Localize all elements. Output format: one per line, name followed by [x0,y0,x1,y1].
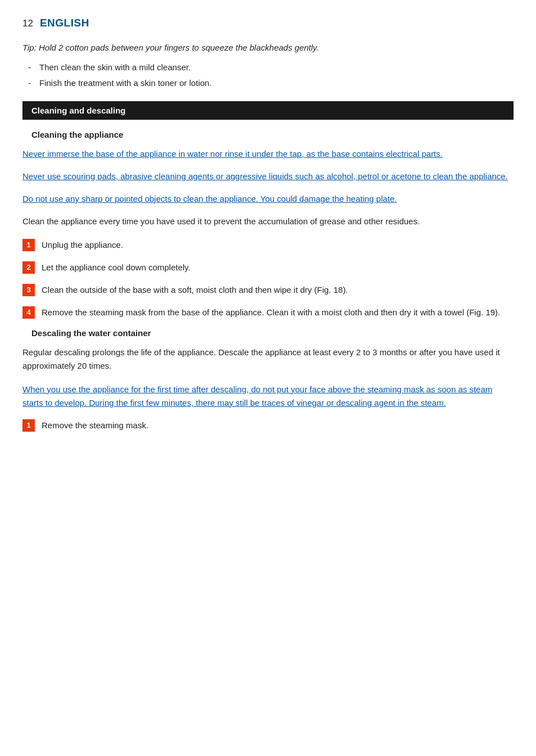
descaling-normal-text-1: Regular descaling prolongs the life of t… [22,346,514,373]
page-number: 12 [22,18,33,29]
step-badge-3: 3 [22,284,35,296]
subsection-cleaning-title: Cleaning the appliance [22,130,514,139]
bullet-item-2: Finish the treatment with a skin toner o… [28,77,514,90]
step-badge-2: 2 [22,261,35,274]
step-text-3: Clean the outside of the base with a sof… [42,283,514,297]
warning-text-2: Never use scouring pads, abrasive cleani… [22,170,514,183]
cleaning-step-3: 3 Clean the outside of the base with a s… [22,283,514,297]
step-badge-4: 4 [22,306,35,319]
section-cleaning-descaling-header: Cleaning and descaling [22,101,514,120]
step-text-2: Let the appliance cool down completely. [42,261,514,274]
section-cleaning-descaling-label: Cleaning and descaling [31,106,126,115]
page-header: 12 ENGLISH [22,17,514,29]
descaling-step-badge-1: 1 [22,419,35,432]
step-badge-1: 1 [22,239,35,251]
bullet-item-1: Then clean the skin with a mild cleanser… [28,61,514,74]
descaling-warning-text-1: When you use the appliance for the first… [22,383,514,410]
warning-text-1: Never immerse the base of the appliance … [22,147,514,161]
cleaning-step-2: 2 Let the appliance cool down completely… [22,261,514,274]
step-text-4: Remove the steaming mask from the base o… [42,306,514,319]
tip-text: Tip: Hold 2 cotton pads between your fin… [22,42,514,55]
subsection-descaling-title: Descaling the water container [22,328,514,338]
page-language: ENGLISH [40,17,89,29]
descaling-step-text-1: Remove the steaming mask. [42,419,514,432]
warning-text-3: Do not use any sharp or pointed objects … [22,192,514,206]
cleaning-step-4: 4 Remove the steaming mask from the base… [22,306,514,319]
cleaning-step-1: 1 Unplug the appliance. [22,238,514,252]
intro-bullet-list: Then clean the skin with a mild cleanser… [22,61,514,90]
step-text-1: Unplug the appliance. [42,238,514,252]
cleaning-normal-text-1: Clean the appliance every time you have … [22,215,514,228]
descaling-step-1: 1 Remove the steaming mask. [22,419,514,432]
